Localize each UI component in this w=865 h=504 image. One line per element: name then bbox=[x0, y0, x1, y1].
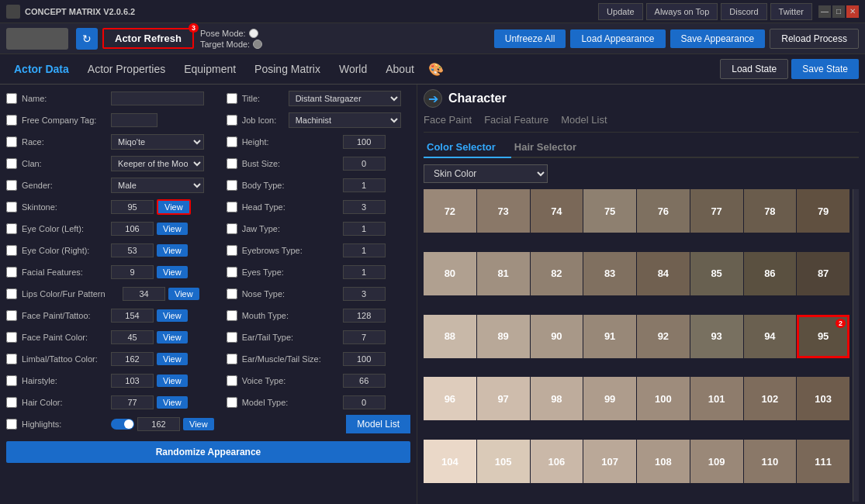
facial-features-view-button[interactable]: View bbox=[157, 266, 188, 278]
save-state-button[interactable]: Save State bbox=[791, 59, 859, 79]
ear-tail-type-input[interactable] bbox=[343, 330, 386, 344]
eye-left-view-button[interactable]: View bbox=[157, 223, 188, 235]
subnav-face-paint[interactable]: Face Paint bbox=[424, 114, 472, 129]
name-input[interactable] bbox=[111, 91, 204, 105]
lips-color-checkbox[interactable] bbox=[6, 288, 17, 299]
pose-mode-dot[interactable] bbox=[249, 29, 258, 38]
color-cell-78[interactable]: 78 bbox=[744, 189, 797, 233]
mouth-type-checkbox[interactable] bbox=[227, 310, 237, 321]
color-cell-106[interactable]: 106 bbox=[531, 440, 583, 483]
model-list-button[interactable]: Model List bbox=[346, 415, 410, 433]
color-cell-98[interactable]: 98 bbox=[531, 377, 583, 420]
eyebrows-type-input[interactable] bbox=[343, 243, 386, 257]
hairstyle-checkbox[interactable] bbox=[6, 375, 17, 386]
reload-process-button[interactable]: Reload Process bbox=[770, 29, 859, 49]
color-cell-95[interactable]: 952 bbox=[797, 315, 849, 358]
ear-muscle-tail-checkbox[interactable] bbox=[227, 354, 237, 364]
color-cell-99[interactable]: 99 bbox=[583, 377, 636, 420]
color-cell-101[interactable]: 101 bbox=[690, 377, 743, 420]
eye-left-input[interactable] bbox=[111, 222, 154, 236]
eyes-type-input[interactable] bbox=[343, 265, 386, 279]
color-cell-81[interactable]: 81 bbox=[477, 252, 530, 295]
nose-type-input[interactable] bbox=[343, 287, 386, 301]
actor-refresh-button[interactable]: Actor Refresh 3 bbox=[102, 28, 194, 49]
lips-color-input[interactable] bbox=[123, 287, 165, 301]
head-type-input[interactable] bbox=[343, 200, 386, 214]
color-cell-87[interactable]: 87 bbox=[797, 252, 849, 295]
limbal-tattoo-input[interactable] bbox=[111, 352, 154, 366]
load-state-button[interactable]: Load State bbox=[720, 59, 788, 79]
color-cell-83[interactable]: 83 bbox=[583, 252, 636, 295]
color-cell-92[interactable]: 92 bbox=[637, 315, 690, 358]
title-nav-alwaysontop[interactable]: Always on Top bbox=[646, 3, 718, 20]
subnav-facial-feature[interactable]: Facial Feature bbox=[484, 114, 548, 129]
title-nav-update[interactable]: Update bbox=[598, 3, 642, 20]
voice-type-checkbox[interactable] bbox=[227, 375, 237, 386]
color-dropdown[interactable]: Skin Color Eye Color Hair Color bbox=[424, 164, 548, 183]
eye-right-view-button[interactable]: View bbox=[157, 244, 188, 257]
color-cell-105[interactable]: 105 bbox=[477, 440, 530, 483]
nose-type-checkbox[interactable] bbox=[227, 288, 237, 299]
tab-actor-data[interactable]: Actor Data bbox=[6, 58, 77, 80]
free-company-input[interactable] bbox=[111, 113, 157, 127]
gender-select[interactable]: Male bbox=[111, 178, 204, 193]
title-nav-twitter[interactable]: Twitter bbox=[770, 3, 812, 20]
body-type-input[interactable] bbox=[343, 178, 386, 192]
hairstyle-input[interactable] bbox=[111, 374, 154, 388]
color-cell-94[interactable]: 94 bbox=[744, 315, 797, 358]
height-checkbox[interactable] bbox=[227, 136, 237, 147]
clan-checkbox[interactable] bbox=[6, 158, 17, 169]
tab-world[interactable]: World bbox=[331, 58, 375, 80]
color-cell-97[interactable]: 97 bbox=[477, 377, 530, 420]
tab-equipment[interactable]: Equipment bbox=[176, 58, 244, 80]
color-cell-79[interactable]: 79 bbox=[797, 189, 849, 233]
highlights-toggle[interactable] bbox=[111, 419, 134, 430]
hair-selector-tab[interactable]: Hair Selector bbox=[511, 137, 592, 158]
eyebrows-type-checkbox[interactable] bbox=[227, 245, 237, 256]
save-appearance-button[interactable]: Save Appearance bbox=[670, 29, 766, 48]
color-cell-96[interactable]: 96 bbox=[424, 377, 476, 420]
subnav-model-list[interactable]: Model List bbox=[561, 114, 607, 129]
highlights-input[interactable] bbox=[137, 417, 180, 431]
color-cell-108[interactable]: 108 bbox=[637, 440, 690, 483]
face-paint-checkbox[interactable] bbox=[6, 310, 17, 321]
facial-features-input[interactable] bbox=[111, 265, 154, 279]
race-select[interactable]: Miqo'te bbox=[111, 134, 204, 150]
highlights-view-button[interactable]: View bbox=[183, 418, 214, 430]
color-cell-100[interactable]: 100 bbox=[637, 377, 690, 420]
jaw-type-checkbox[interactable] bbox=[227, 223, 237, 234]
ear-tail-type-checkbox[interactable] bbox=[227, 332, 237, 343]
limbal-tattoo-view-button[interactable]: View bbox=[157, 353, 188, 365]
body-type-checkbox[interactable] bbox=[227, 180, 237, 191]
model-type-input[interactable] bbox=[343, 395, 386, 409]
color-cell-75[interactable]: 75 bbox=[583, 189, 636, 233]
face-paint-input[interactable] bbox=[111, 309, 154, 323]
job-icon-select[interactable]: Machinist bbox=[289, 112, 401, 128]
job-icon-checkbox[interactable] bbox=[227, 115, 237, 126]
color-cell-102[interactable]: 102 bbox=[744, 377, 797, 420]
color-cell-73[interactable]: 73 bbox=[477, 189, 530, 233]
lips-color-view-button[interactable]: View bbox=[168, 288, 199, 300]
load-appearance-button[interactable]: Load Appearance bbox=[570, 29, 665, 48]
close-button[interactable]: ✕ bbox=[846, 5, 859, 18]
skintone-checkbox[interactable] bbox=[6, 202, 17, 212]
color-cell-111[interactable]: 111 bbox=[797, 440, 849, 483]
scrollbar[interactable] bbox=[853, 189, 859, 502]
eye-right-input[interactable] bbox=[111, 243, 154, 257]
color-cell-110[interactable]: 110 bbox=[744, 440, 797, 483]
title-checkbox[interactable] bbox=[227, 93, 237, 104]
gender-checkbox[interactable] bbox=[6, 180, 17, 191]
color-cell-89[interactable]: 89 bbox=[477, 315, 530, 358]
skintone-view-button[interactable]: View bbox=[157, 199, 191, 215]
color-cell-80[interactable]: 80 bbox=[424, 252, 476, 295]
color-cell-104[interactable]: 104 bbox=[424, 440, 476, 483]
height-input[interactable] bbox=[343, 135, 386, 149]
jaw-type-input[interactable] bbox=[343, 222, 386, 236]
color-cell-85[interactable]: 85 bbox=[690, 252, 743, 295]
color-cell-109[interactable]: 109 bbox=[690, 440, 743, 483]
hair-color-view-button[interactable]: View bbox=[157, 396, 188, 409]
color-cell-90[interactable]: 90 bbox=[531, 315, 583, 358]
tab-about[interactable]: About bbox=[378, 58, 422, 80]
randomize-appearance-button[interactable]: Randomize Appearance bbox=[6, 441, 410, 463]
clan-select[interactable]: Keeper of the Moon bbox=[111, 156, 204, 171]
